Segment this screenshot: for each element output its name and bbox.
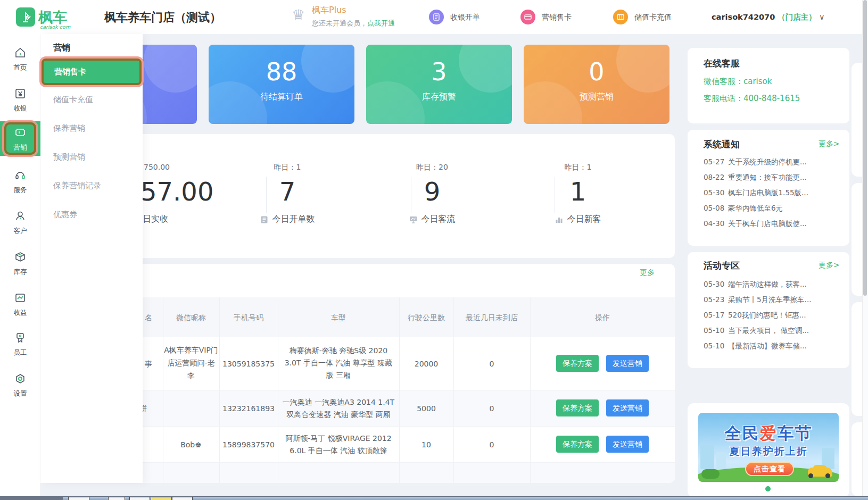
stored-value-recharge-label[interactable]: 储值卡充值 <box>634 13 672 22</box>
th-actions: 操作 <box>595 313 610 323</box>
r1-maintain-plan-button[interactable]: 保养方案 <box>556 355 599 372</box>
activities-more-link[interactable]: 更多> <box>819 261 840 270</box>
r3-maintain-plan-button[interactable]: 保养方案 <box>556 436 599 453</box>
plus-subtitle: 您还未开通会员，点我开通 <box>312 19 395 28</box>
marketing-card-icon[interactable] <box>520 10 535 24</box>
activity-item[interactable]: 05-30端午活动这样做，获客... <box>704 280 840 289</box>
r1-phone: 13059185375 <box>222 360 275 368</box>
user-role: （门店主） <box>778 13 816 21</box>
customer-table-more-link[interactable]: 更多 <box>640 268 655 278</box>
activity-item[interactable]: 05-10当下最火项目， 做空调... <box>704 326 840 336</box>
notice-item[interactable]: 08-22重要通知：接车功能更... <box>704 173 840 182</box>
offscreen-card-edge <box>852 183 862 296</box>
brand-logo-icon <box>16 7 35 27</box>
plus-title: 枫车Plus <box>312 5 346 16</box>
sidebar-item-inventory[interactable]: 库存 <box>0 251 40 277</box>
sidebar-item-home[interactable]: 首页 <box>0 47 40 72</box>
chevron-down-icon: ∨ <box>819 13 825 21</box>
board-chart-icon <box>409 215 418 224</box>
sidebar-item-staff[interactable]: 员工 <box>0 332 40 357</box>
submenu-item-coupons[interactable]: 优惠券 <box>53 210 77 220</box>
notice-item[interactable]: 05-30枫车门店电脑版1.55版... <box>704 188 840 198</box>
r1-nickname: A枫车养车VIP门店运营顾问-老李 <box>164 344 218 382</box>
scrollbar-thumb[interactable] <box>863 0 867 296</box>
sidebar-item-settings[interactable]: 设置 <box>0 373 40 398</box>
marketing-card-label[interactable]: 营销售卡 <box>542 13 572 22</box>
th-phone: 手机号码 <box>234 313 263 323</box>
page-title: 枫车养车门店（测试） <box>104 10 221 26</box>
submenu-item-maintain-records[interactable]: 保养营销记录 <box>53 181 101 191</box>
banner-car-wheel <box>808 473 813 478</box>
banner-cta-button[interactable]: 点击查看 <box>745 462 794 476</box>
promo-banner[interactable]: 全民爱车节 夏日养护折上折 点击查看 <box>698 413 839 482</box>
user-name: carisok742070 <box>712 13 775 21</box>
banner-car-wheel <box>825 473 830 478</box>
r1-days: 0 <box>490 360 494 368</box>
r3-car: 阿斯顿-马丁 锐极VIRAGE 2012 6.0L 手自一体 汽油 软顶敞篷 <box>282 432 395 457</box>
sidebar-item-cashier[interactable]: 收银 <box>0 88 40 113</box>
offscreen-card-edge <box>852 422 862 496</box>
headset-icon <box>14 169 26 181</box>
crown-icon: ♛ <box>292 6 305 24</box>
forecast-marketing-label: 预测营销 <box>524 91 669 103</box>
stat-card-forecast-marketing[interactable]: 0 预测营销 <box>524 45 669 124</box>
th-days-absent: 最近几日未到店 <box>466 313 518 323</box>
taskbar-button[interactable] <box>68 497 89 500</box>
r3-send-marketing-button[interactable]: 发送营销 <box>606 436 649 453</box>
today-orders-value: 7 <box>279 177 296 206</box>
r3-days: 0 <box>490 440 494 449</box>
activity-item[interactable]: 05-10【最新活动】微养车储... <box>704 341 840 351</box>
stat-card-stock-alert[interactable]: 3 库存预警 <box>366 45 512 124</box>
sidebar-item-service[interactable]: 服务 <box>0 169 40 195</box>
stat-card-pending-orders[interactable]: 88 待结算订单 <box>209 45 354 124</box>
person-icon <box>14 210 26 222</box>
sidebar-item-customers[interactable]: 客户 <box>0 210 40 236</box>
submenu-item-maintain-marketing[interactable]: 保养营销 <box>53 123 85 134</box>
activity-item[interactable]: 05-23采购节丨5月洗车季擦车... <box>704 295 840 305</box>
banner-carousel-dot[interactable] <box>765 486 771 491</box>
cashier-order-label[interactable]: 收银开单 <box>450 13 480 22</box>
activities-title: 活动专区 <box>704 260 740 272</box>
r1-km: 20000 <box>415 360 439 368</box>
submenu-item-sell-card[interactable]: 营销售卡 <box>42 59 142 85</box>
r3-nickname: Bob♚ <box>180 440 202 449</box>
taskbar-segment <box>0 497 63 500</box>
r1-send-marketing-button[interactable]: 发送营销 <box>606 355 649 372</box>
service-wechat: 微信客服：carisok <box>704 77 772 87</box>
taskbar-button[interactable] <box>129 497 150 500</box>
taskbar-button-active[interactable] <box>151 497 172 500</box>
r2-maintain-plan-button[interactable]: 保养方案 <box>556 399 599 416</box>
banner-bush <box>701 469 720 479</box>
cashier-order-icon[interactable] <box>429 10 444 24</box>
submenu-item-forecast-marketing[interactable]: 预测营销 <box>53 152 85 162</box>
notice-item[interactable]: 05-27关于系统升级的停机更... <box>704 157 840 167</box>
document-icon <box>260 215 269 224</box>
notice-item[interactable]: 04-30关于枫车门店电脑版使... <box>704 219 840 229</box>
activity-item[interactable]: 05-17520我们约惠吧！钜惠... <box>704 311 840 320</box>
r2-send-marketing-button[interactable]: 发送营销 <box>606 399 649 416</box>
online-service-title: 在线客服 <box>704 57 740 70</box>
marketing-submenu: 营销 营销售卡 储值卡充值 保养营销 预测营销 保养营销记录 优惠券 <box>40 34 143 483</box>
r2-km: 5000 <box>417 404 436 413</box>
open-membership-link[interactable]: 点我开通 <box>367 19 395 27</box>
r2-phone: 13232161893 <box>222 404 275 413</box>
pending-orders-value: 88 <box>209 57 354 86</box>
th-car-model: 车型 <box>331 313 346 323</box>
submenu-item-recharge[interactable]: 储值卡充值 <box>53 95 93 105</box>
r1-car: 梅赛德斯-奔驰 奔驰S级 2020 3.0T 手自一体 汽油 尊享型 臻藏版 三… <box>282 345 395 381</box>
taskbar-button[interactable] <box>108 497 125 500</box>
banner-title: 全民爱车节 <box>698 422 839 445</box>
brand-domain: carisok·com <box>40 24 70 30</box>
notice-item[interactable]: 05-08豪华内饰低至6元 <box>704 204 840 213</box>
stored-value-recharge-icon[interactable] <box>613 10 628 24</box>
today-new-customers-value: 1 <box>570 177 586 206</box>
chart-icon <box>14 292 26 304</box>
r3-phone: 15899837570 <box>222 440 275 449</box>
sidebar-item-earnings[interactable]: 收益 <box>0 292 40 318</box>
taskbar-button[interactable] <box>172 497 193 500</box>
today-new-customers-label: 今日新客 <box>555 214 601 225</box>
banner-subtitle: 夏日养护折上折 <box>698 445 839 459</box>
yesterday-orders: 昨日：1 <box>274 163 301 172</box>
user-menu[interactable]: carisok742070 （门店主） ∨ <box>712 12 825 22</box>
system-notices-more-link[interactable]: 更多> <box>819 139 840 149</box>
